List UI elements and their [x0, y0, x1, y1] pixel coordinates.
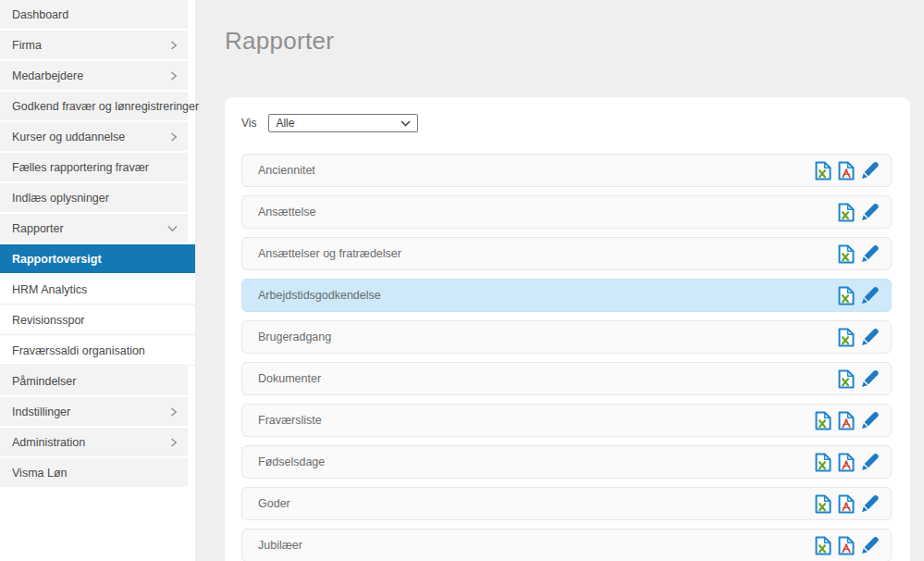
excel-export-icon[interactable]	[815, 494, 832, 514]
sidebar-item-label: Rapportoversigt	[12, 253, 102, 266]
chevron-down-icon	[400, 117, 411, 130]
report-name: Fraværsliste	[258, 414, 322, 427]
sidebar-item-godkend-fravaer-og-loenregistreringer[interactable]: Godkend fravær og lønregistreringer	[0, 92, 188, 120]
report-row-foedselsdage[interactable]: Fødselsdage	[241, 445, 892, 479]
chevron-right-icon	[170, 438, 178, 447]
report-row-arbejdstidsgodkendelse[interactable]: Arbejdstidsgodkendelse	[241, 279, 892, 312]
filter-label: Vis	[241, 117, 256, 130]
edit-pencil-icon[interactable]	[861, 494, 880, 513]
edit-pencil-icon[interactable]	[861, 203, 880, 221]
sidebar-item-hrm-analytics[interactable]: HRM Analytics	[0, 275, 195, 305]
filter-row: Vis Alle	[241, 114, 892, 132]
pdf-export-icon[interactable]	[838, 494, 855, 514]
excel-export-icon[interactable]	[838, 244, 855, 264]
report-name: Ansættelser og fratrædelser	[258, 247, 401, 260]
pdf-export-icon[interactable]	[838, 536, 855, 555]
sidebar-item-rapportoversigt[interactable]: Rapportoversigt	[0, 244, 195, 273]
report-name: Ansættelse	[258, 206, 316, 218]
sidebar-item-medarbejdere[interactable]: Medarbejdere	[0, 61, 188, 90]
edit-pencil-icon[interactable]	[861, 161, 880, 180]
report-row-ansaettelse[interactable]: Ansættelse	[241, 195, 892, 229]
report-name: Fødselsdage	[258, 455, 325, 468]
sidebar-item-label: Visma Løn	[12, 467, 68, 480]
sidebar-item-visma-loen[interactable]: Visma Løn	[0, 458, 188, 487]
excel-export-icon[interactable]	[815, 161, 832, 181]
report-filter-select[interactable]: Alle	[268, 114, 418, 132]
report-row-dokumenter[interactable]: Dokumenter	[241, 362, 892, 395]
edit-pencil-icon[interactable]	[861, 369, 880, 388]
sidebar-item-label: Rapporter	[12, 222, 64, 235]
chevron-right-icon	[170, 71, 178, 81]
sidebar-item-firma[interactable]: Firma	[0, 31, 188, 59]
sidebar-item-label: Medarbejdere	[12, 69, 83, 82]
sidebar-item-label: Godkend fravær og lønregistreringer	[12, 100, 199, 113]
report-row-jubilaeer[interactable]: Jubilæer	[241, 529, 892, 561]
excel-export-icon[interactable]	[838, 328, 855, 347]
sidebar-item-administration[interactable]: Administration	[0, 428, 188, 456]
sidebar-item-fravaerssaldi-organisation[interactable]: Fraværssaldi organisation	[0, 336, 195, 366]
pdf-export-icon[interactable]	[838, 453, 855, 472]
edit-pencil-icon[interactable]	[861, 244, 880, 263]
report-row-ansaettelser-og-fratraedelser[interactable]: Ansættelser og fratrædelser	[241, 237, 892, 270]
chevron-right-icon	[170, 41, 178, 50]
sidebar-item-label: Fælles rapportering fravær	[12, 161, 149, 174]
excel-export-icon[interactable]	[815, 536, 832, 555]
report-row-brugeradgang[interactable]: Brugeradgang	[241, 320, 892, 354]
report-row-fravaersliste[interactable]: Fraværsliste	[241, 404, 892, 437]
edit-pencil-icon[interactable]	[861, 328, 880, 346]
report-name: Arbejdstidsgodkendelse	[258, 289, 381, 302]
sidebar-nav: Dashboard Firma Medarbejdere Godkend fra…	[0, 0, 195, 487]
sidebar-item-label: Revisionsspor	[12, 314, 85, 327]
excel-export-icon[interactable]	[838, 286, 855, 305]
report-name: Goder	[258, 497, 290, 510]
sidebar-item-kurser-og-uddannelse[interactable]: Kurser og uddannelse	[0, 122, 188, 151]
sidebar-item-label: Påmindelser	[12, 375, 76, 388]
report-row-anciennitet[interactable]: Anciennitet	[241, 154, 892, 187]
chevron-right-icon	[170, 407, 178, 417]
excel-export-icon[interactable]	[838, 203, 855, 222]
sidebar-item-indstillinger[interactable]: Indstillinger	[0, 397, 188, 426]
page-title: Rapporter	[225, 27, 924, 56]
report-list: Anciennitet Ansættelse Ansættelser og fr…	[241, 154, 892, 561]
sidebar-item-paamindelser[interactable]: Påmindelser	[0, 367, 188, 395]
report-name: Jubilæer	[258, 539, 302, 552]
report-name: Brugeradgang	[258, 330, 331, 343]
sidebar-item-label: Fraværssaldi organisation	[12, 344, 145, 357]
sidebar-item-label: Indstillinger	[12, 405, 70, 418]
edit-pencil-icon[interactable]	[861, 453, 880, 471]
reports-panel: Vis Alle Anciennitet Ansættelse Ansættel…	[225, 97, 910, 561]
sidebar-item-label: Dashboard	[12, 8, 68, 21]
excel-export-icon[interactable]	[815, 411, 832, 430]
sidebar-item-revisionsspor[interactable]: Revisionsspor	[0, 305, 195, 335]
edit-pencil-icon[interactable]	[861, 411, 880, 430]
main-content: Rapporter Vis Alle Anciennitet Ansættels…	[195, 0, 924, 561]
edit-pencil-icon[interactable]	[861, 536, 880, 555]
sidebar-item-label: Indlæs oplysninger	[12, 192, 109, 205]
excel-export-icon[interactable]	[838, 369, 855, 389]
sidebar-item-label: HRM Analytics	[12, 283, 87, 296]
excel-export-icon[interactable]	[815, 453, 832, 472]
sidebar-item-indlaes-oplysninger[interactable]: Indlæs oplysninger	[0, 183, 188, 212]
sidebar-item-label: Firma	[12, 39, 42, 52]
pdf-export-icon[interactable]	[838, 161, 855, 181]
selected-option-label: Alle	[276, 117, 294, 130]
report-name: Anciennitet	[258, 164, 315, 177]
pdf-export-icon[interactable]	[838, 411, 855, 430]
chevron-down-icon	[167, 225, 178, 232]
sidebar-item-faelles-rapportering-fravaer[interactable]: Fælles rapportering fravær	[0, 153, 188, 181]
report-row-goder[interactable]: Goder	[241, 487, 892, 520]
sidebar-item-label: Administration	[12, 436, 85, 449]
sidebar: Dashboard Firma Medarbejdere Godkend fra…	[0, 0, 195, 561]
sidebar-item-dashboard[interactable]: Dashboard	[0, 0, 188, 29]
sidebar-item-label: Kurser og uddannelse	[12, 131, 125, 143]
chevron-right-icon	[170, 132, 178, 142]
sidebar-item-rapporter[interactable]: Rapporter	[0, 214, 188, 243]
report-name: Dokumenter	[258, 372, 321, 385]
edit-pencil-icon[interactable]	[861, 286, 880, 305]
